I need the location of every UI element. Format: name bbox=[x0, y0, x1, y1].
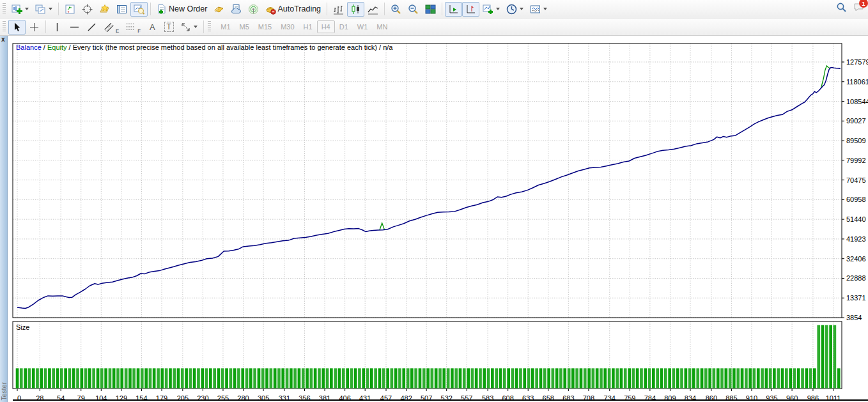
x-tick-label: 381 bbox=[319, 394, 330, 402]
size-panel-label: Size bbox=[16, 323, 29, 331]
timeframe-button-M15[interactable]: M15 bbox=[254, 20, 276, 33]
tester-chart-window: Balance / Equity / Every tick (the most … bbox=[8, 36, 868, 402]
toolbar-drag-handle[interactable] bbox=[3, 3, 6, 15]
equity-line bbox=[380, 223, 385, 230]
autotrading-button[interactable]: AutoTrading bbox=[262, 2, 324, 17]
data-window-button[interactable] bbox=[79, 2, 96, 17]
terminal-icon bbox=[116, 4, 127, 15]
navigator-button[interactable] bbox=[96, 2, 113, 17]
templates-button[interactable] bbox=[527, 2, 550, 17]
y-tick-label: 70475 bbox=[846, 176, 866, 184]
vertical-line-tool-button[interactable] bbox=[49, 20, 66, 35]
toolbar-separator bbox=[384, 3, 385, 15]
timeframe-button-H1[interactable]: H1 bbox=[299, 20, 317, 33]
y-tick-label: 108544 bbox=[846, 98, 868, 105]
chart-shift-button[interactable] bbox=[462, 2, 479, 17]
toolbar-separator bbox=[45, 20, 46, 33]
y-tick-label: 60958 bbox=[846, 196, 866, 203]
equity-line bbox=[821, 66, 830, 88]
new-order-icon bbox=[157, 4, 167, 15]
new-chart-dropdown-caret bbox=[25, 8, 29, 10]
backtest-plot[interactable]: 1275791180611085449902789509799927047560… bbox=[8, 36, 868, 402]
bar-chart-button[interactable] bbox=[330, 2, 347, 17]
x-tick-label: 79 bbox=[77, 394, 85, 402]
label-tool-button[interactable]: T bbox=[160, 20, 177, 35]
signals-button[interactable] bbox=[245, 2, 262, 17]
market-watch-button[interactable] bbox=[61, 2, 79, 17]
tile-windows-button[interactable] bbox=[422, 2, 439, 17]
toolbar-separator bbox=[58, 3, 59, 15]
horizontal-line-tool-button[interactable] bbox=[66, 20, 83, 35]
y-axis-labels: 1275791180611085449902789509799927047560… bbox=[842, 58, 868, 321]
new-chart-button[interactable] bbox=[8, 2, 32, 17]
x-tick-label: 255 bbox=[217, 394, 229, 402]
toolbar-separator bbox=[442, 3, 442, 15]
new-order-button[interactable]: New Order bbox=[153, 2, 210, 17]
main-plot-frame bbox=[13, 43, 842, 318]
text-tool-button[interactable]: A bbox=[144, 20, 160, 35]
candlestick-chart-icon bbox=[350, 4, 361, 15]
terminal-button[interactable] bbox=[113, 2, 130, 17]
toolbar-drag-handle[interactable] bbox=[3, 21, 6, 33]
timeframe-button-MN[interactable]: MN bbox=[372, 20, 392, 33]
timeframe-button-D1[interactable]: D1 bbox=[335, 20, 353, 33]
model-description: Every tick (the most precise method base… bbox=[73, 43, 377, 51]
x-tick-label: 482 bbox=[400, 394, 412, 402]
new-order-label: New Order bbox=[169, 4, 207, 13]
strategy-tester-button[interactable] bbox=[130, 2, 148, 17]
tester-close-button[interactable]: x bbox=[1, 36, 5, 43]
equidistant-channel-tool-button[interactable]: E bbox=[100, 20, 122, 35]
metaeditor-icon bbox=[213, 4, 224, 15]
search-icon[interactable] bbox=[836, 2, 847, 13]
x-tick-label: 658 bbox=[543, 394, 554, 402]
trendline-tool-button[interactable] bbox=[83, 20, 100, 35]
cursor-tool-button[interactable] bbox=[8, 20, 26, 35]
timeframe-toolbar: M1M5M15M30H1H4D1W1MN bbox=[216, 20, 392, 33]
line-chart-button[interactable] bbox=[364, 2, 382, 17]
notifications-button[interactable]: 1 bbox=[853, 2, 864, 13]
toolbar-separator bbox=[150, 3, 151, 15]
x-tick-label: 708 bbox=[583, 394, 594, 402]
x-tick-label: 230 bbox=[197, 394, 208, 402]
timeframe-button-H4[interactable]: H4 bbox=[317, 20, 335, 33]
trendline-icon bbox=[86, 22, 97, 33]
x-tick-label: 104 bbox=[95, 394, 107, 402]
tile-windows-icon bbox=[425, 4, 436, 15]
toolbar-drag-handle[interactable] bbox=[208, 21, 211, 33]
timeframe-button-M5[interactable]: M5 bbox=[235, 20, 254, 33]
crosshair-tool-button[interactable] bbox=[26, 20, 43, 35]
indicators-button[interactable] bbox=[479, 2, 503, 17]
fibonacci-icon bbox=[125, 22, 136, 33]
chart-shift-icon bbox=[465, 4, 476, 15]
y-tick-label: 22888 bbox=[846, 274, 866, 282]
x-tick-label: 205 bbox=[177, 394, 189, 402]
timeframe-button-W1[interactable]: W1 bbox=[353, 20, 373, 33]
timeframe-button-M30[interactable]: M30 bbox=[276, 20, 298, 33]
metaeditor-button[interactable] bbox=[210, 2, 228, 17]
y-tick-label: 79992 bbox=[846, 157, 866, 164]
candlestick-chart-button[interactable] bbox=[347, 2, 364, 17]
y-tick-label: 41923 bbox=[846, 235, 866, 243]
x-tick-label: 734 bbox=[604, 394, 616, 402]
x-tick-label: 910 bbox=[746, 394, 757, 402]
periods-dropdown-caret bbox=[520, 8, 523, 10]
auto-scroll-button[interactable] bbox=[445, 2, 462, 17]
autotrading-icon bbox=[265, 4, 276, 15]
navigator-icon bbox=[99, 4, 110, 15]
x-tick-label: 1011 bbox=[826, 394, 841, 402]
x-tick-label: 960 bbox=[786, 394, 798, 402]
x-tick-label: 608 bbox=[502, 394, 513, 402]
publisher-button[interactable] bbox=[228, 2, 245, 17]
fibonacci-tool-button[interactable]: F bbox=[122, 20, 144, 35]
zoom-out-button[interactable] bbox=[405, 2, 422, 17]
arrows-tool-button[interactable] bbox=[177, 20, 201, 35]
periods-button[interactable] bbox=[503, 2, 527, 17]
tester-panel-strip[interactable]: x Tester bbox=[0, 36, 8, 402]
zoom-in-button[interactable] bbox=[387, 2, 405, 17]
profiles-button[interactable] bbox=[32, 2, 56, 17]
text-tool-glyph: A bbox=[150, 22, 155, 32]
x-tick-label: 557 bbox=[461, 394, 472, 402]
publisher-icon bbox=[231, 4, 242, 15]
x-tick-label: 28 bbox=[36, 394, 43, 402]
timeframe-button-M1[interactable]: M1 bbox=[216, 20, 235, 33]
